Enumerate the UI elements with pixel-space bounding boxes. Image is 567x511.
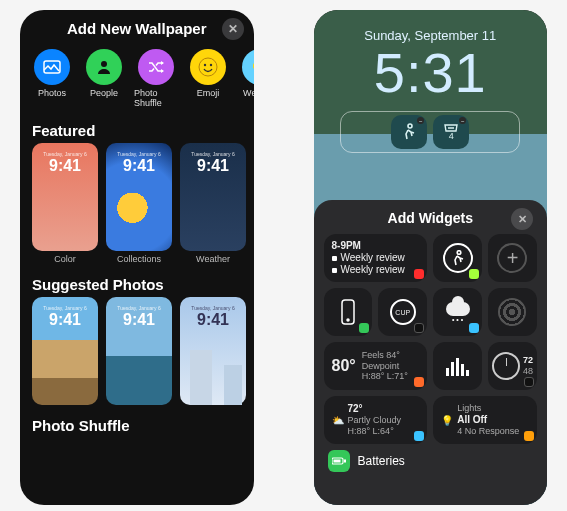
- suggested-row: Tuesday, January 6 9:41 Tuesday, January…: [20, 297, 254, 409]
- lockscreen-preview: Tuesday, January 6 9:41: [38, 305, 92, 329]
- featured-thumb-weather[interactable]: Tuesday, January 6 9:41: [180, 143, 246, 251]
- app-badge-icon: [414, 269, 424, 279]
- widget-calendar[interactable]: 8-9PM Weekly review Weekly review: [324, 234, 428, 282]
- bars-icon: [446, 356, 469, 376]
- featured-row: Tuesday, January 6 9:41 Color Tuesday, J…: [20, 143, 254, 268]
- walk-icon: [402, 123, 416, 141]
- svg-point-3: [204, 64, 206, 66]
- app-badge-icon: [524, 377, 534, 387]
- temp: 80°: [332, 357, 356, 375]
- widget-weather-small[interactable]: • • •: [433, 288, 482, 336]
- svg-point-1: [101, 61, 107, 67]
- svg-rect-13: [333, 460, 340, 463]
- widget-grid: 8-9PM Weekly review Weekly review +: [324, 234, 538, 444]
- phone-icon: [338, 298, 358, 326]
- category-label: Emoji: [197, 88, 220, 98]
- category-weather[interactable]: Weather: [238, 49, 254, 108]
- lights-sub: 4 No Response: [457, 426, 519, 437]
- widget-add-placeholder[interactable]: +: [488, 234, 537, 282]
- widget-clock-city[interactable]: CUP: [378, 288, 427, 336]
- close-button[interactable]: ✕: [511, 208, 533, 230]
- placed-widget-activity[interactable]: −: [391, 115, 427, 149]
- suggested-thumb[interactable]: Tuesday, January 6 9:41: [106, 297, 172, 405]
- app-badge-icon: [414, 323, 424, 333]
- category-label: People: [90, 88, 118, 98]
- feels-like: Feels 84°: [362, 350, 400, 361]
- lockscreen-content: Sunday, September 11 5:31 − − 4: [314, 10, 548, 153]
- summary-cond: Partly Cloudy: [348, 415, 402, 426]
- widget-weather-summary[interactable]: ⛅ 72° Partly Cloudy H:88° L:64°: [324, 396, 428, 444]
- suggested-thumb[interactable]: Tuesday, January 6 9:41: [180, 297, 246, 405]
- lockscreen-time[interactable]: 5:31: [314, 45, 548, 101]
- svg-point-10: [347, 319, 349, 321]
- remove-icon[interactable]: −: [459, 117, 466, 124]
- suggested-thumb[interactable]: Tuesday, January 6 9:41: [32, 297, 98, 405]
- lockscreen-preview: Tuesday, January 6 9:41: [186, 151, 240, 175]
- rings-icon: [498, 298, 526, 326]
- category-label: Weather: [243, 88, 253, 98]
- category-row: Photos People Photo Shuffle Emoji Weathe…: [20, 45, 254, 114]
- emoji-icon: [190, 49, 226, 85]
- widget-activity[interactable]: [433, 234, 482, 282]
- widget-audio[interactable]: [433, 342, 482, 390]
- event-line: Weekly review: [341, 264, 405, 275]
- summary-temp: 72°: [348, 403, 363, 415]
- thumb-label: Weather: [196, 254, 230, 264]
- category-label: Photos: [38, 88, 66, 98]
- batteries-app-icon: [328, 450, 350, 472]
- featured-thumb-color[interactable]: Tuesday, January 6 9:41: [32, 143, 98, 251]
- sheet-title: Add Widgets: [388, 210, 473, 226]
- event-time: 8-9PM: [332, 240, 361, 252]
- category-photos[interactable]: Photos: [30, 49, 74, 108]
- close-button[interactable]: ✕: [222, 18, 244, 40]
- widget-slot-bar[interactable]: − − 4: [340, 111, 520, 153]
- thumb-label: Collections: [117, 254, 161, 264]
- lockscreen-preview: Tuesday, January 6 9:41: [112, 151, 166, 175]
- close-icon: ✕: [518, 213, 527, 226]
- app-list-item-batteries[interactable]: Batteries: [324, 444, 538, 472]
- category-people[interactable]: People: [82, 49, 126, 108]
- lockscreen-preview: Tuesday, January 6 9:41: [186, 305, 240, 329]
- sheet-header: Add Widgets ✕: [324, 208, 538, 234]
- weather-icon: [242, 49, 254, 85]
- lockscreen-preview: Tuesday, January 6 9:41: [38, 151, 92, 175]
- wallpaper-picker-screen: Add New Wallpaper ✕ Photos People Photo …: [20, 10, 254, 505]
- person-icon: [86, 49, 122, 85]
- photos-icon: [34, 49, 70, 85]
- lockscreen-editor: Sunday, September 11 5:31 − − 4 Add Widg…: [314, 10, 548, 505]
- thumb-label: Color: [54, 254, 76, 264]
- remove-icon[interactable]: −: [417, 117, 424, 124]
- sheet-title: Add New Wallpaper: [67, 20, 206, 37]
- clock-big: 72: [523, 355, 533, 366]
- svg-rect-12: [344, 460, 346, 463]
- widget-weather-detail[interactable]: 80° Feels 84° Dewpoint H:88° L:71°: [324, 342, 428, 390]
- dewpoint: Dewpoint: [362, 361, 400, 372]
- widget-world-clock[interactable]: 72 48: [488, 342, 537, 390]
- placed-widget-inbox[interactable]: − 4: [433, 115, 469, 149]
- widget-home-lights[interactable]: 💡 Lights All Off 4 No Response: [433, 396, 537, 444]
- lights-state: All Off: [457, 414, 487, 426]
- category-shuffle[interactable]: Photo Shuffle: [134, 49, 178, 108]
- svg-point-5: [253, 62, 254, 70]
- watch-icon: [492, 352, 520, 380]
- cloud-icon: [446, 302, 470, 316]
- walk-icon: [443, 243, 473, 273]
- app-badge-icon: [414, 377, 424, 387]
- svg-point-8: [457, 251, 461, 255]
- svg-point-4: [210, 64, 212, 66]
- category-label: Photo Shuffle: [134, 88, 178, 108]
- lights-title: Lights: [457, 403, 481, 414]
- close-icon: ✕: [228, 22, 238, 36]
- widget-rings[interactable]: [488, 288, 537, 336]
- category-emoji[interactable]: Emoji: [186, 49, 230, 108]
- clock-icon: CUP: [390, 299, 416, 325]
- clock-small: 48: [523, 366, 533, 377]
- widget-battery-phone[interactable]: [324, 288, 373, 336]
- app-badge-icon: [469, 323, 479, 333]
- shuffle-heading: Photo Shuffle: [20, 409, 254, 438]
- svg-point-7: [408, 124, 412, 128]
- featured-thumb-collections[interactable]: Tuesday, January 6 9:41: [106, 143, 172, 251]
- app-badge-icon: [469, 269, 479, 279]
- app-badge-icon: [524, 431, 534, 441]
- app-list-label: Batteries: [358, 454, 405, 468]
